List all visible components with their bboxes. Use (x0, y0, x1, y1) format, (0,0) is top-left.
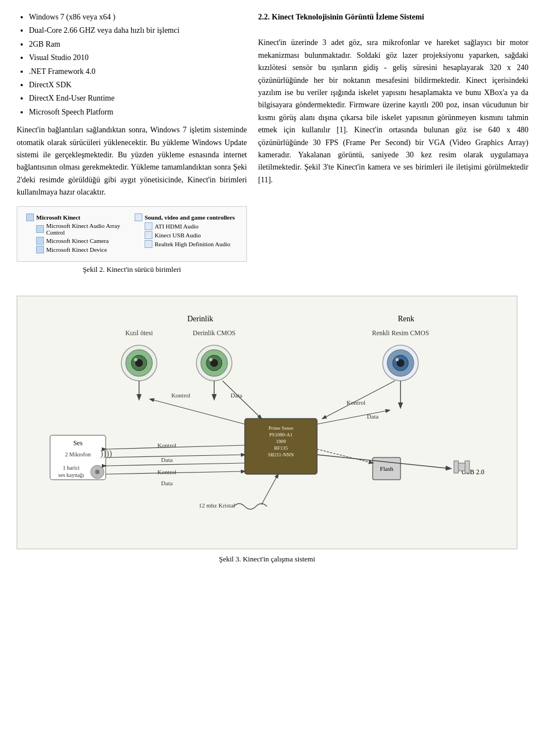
svg-text:Kontrol: Kontrol (157, 469, 176, 475)
list-item: Dual-Core 2.66 GHZ veya daha hızlı bir i… (29, 24, 247, 37)
camera-icon (36, 237, 44, 245)
svg-text:Prime Sense: Prime Sense (269, 425, 294, 431)
kinect-diagram-figure: Derinlik Renk Kızıl ötesi Derinlik CMOS … (17, 296, 517, 549)
svg-text:Flash: Flash (380, 465, 393, 472)
svg-text:Renkli Resim CMOS: Renkli Resim CMOS (372, 329, 429, 337)
devmgr-child: Microsoft Kinect Audio Array Control (36, 222, 129, 236)
svg-text:Renk: Renk (398, 315, 414, 323)
svg-text:Data: Data (161, 456, 173, 463)
audio-array-icon (36, 225, 44, 233)
svg-text:PS1080-A1: PS1080-A1 (269, 432, 293, 437)
heading-text: 2.2. Kinect Teknolojisinin Görüntü İzlem… (258, 13, 424, 21)
list-item: .NET Framework 4.0 (29, 66, 247, 78)
list-item: DirectX End-User Runtime (29, 92, 247, 105)
devmgr-child: Microsoft Kinect Device (36, 246, 129, 253)
devmgr-right: Sound, video and game controllers ATI HD… (135, 213, 238, 255)
svg-text:2 Mikrofon: 2 Mikrofon (65, 451, 91, 457)
figure3-caption: Şekil 3. Kinect'in çalışma sistemi (17, 554, 517, 565)
section-heading: 2.2. Kinect Teknolojisinin Görüntü İzlem… (258, 11, 528, 23)
devmgr-parent-sound: Sound, video and game controllers (135, 213, 238, 221)
left-column: Windows 7 (x86 veya x64 ) Dual-Core 2.66… (17, 11, 247, 280)
devmgr-child: Realtek High Definition Audio (145, 240, 238, 248)
list-item: DirectX SDK (29, 79, 247, 91)
kinect-svg: Derinlik Renk Kızıl ötesi Derinlik CMOS … (23, 307, 511, 541)
ati-icon (145, 222, 152, 230)
left-paragraph: Kinect'in bağlantıları sağlandıktan sonr… (17, 124, 247, 198)
devmgr-child: Microsoft Kinect Camera (36, 237, 129, 245)
svg-point-51 (95, 470, 100, 474)
svg-rect-32 (465, 461, 469, 473)
kinect-icon (26, 213, 34, 221)
devmgr-content: Microsoft Kinect Microsoft Kinect Audio … (26, 213, 238, 255)
svg-text:Data: Data (231, 392, 243, 399)
svg-point-15 (209, 358, 212, 361)
svg-text:Data: Data (161, 480, 173, 486)
svg-text:1 harici: 1 harici (63, 465, 80, 471)
svg-text:ses kaynağı: ses kaynağı (58, 472, 85, 478)
list-item: Visual Studio 2010 (29, 52, 247, 64)
device-manager-figure: Microsoft Kinect Microsoft Kinect Audio … (17, 206, 247, 262)
kinect-usb-icon (145, 231, 152, 239)
svg-point-10 (134, 358, 137, 361)
devmgr-left: Microsoft Kinect Microsoft Kinect Audio … (26, 213, 129, 255)
svg-text:Derinlik: Derinlik (187, 315, 214, 323)
devmgr-child: ATI HDMI Audio (145, 222, 238, 230)
devmgr-child: Kinect USB Audio (145, 231, 238, 239)
list-item: 2GB Ram (29, 38, 247, 51)
svg-rect-31 (454, 461, 458, 473)
realtek-icon (145, 240, 152, 248)
list-item: Windows 7 (x86 veya x64 ) (29, 11, 247, 23)
right-paragraph: Kinect'in üzerinde 3 adet göz, sıra mikr… (258, 37, 528, 186)
svg-point-20 (395, 358, 399, 361)
list-item: Microsoft Speech Platform (29, 106, 247, 118)
svg-text:Kontrol: Kontrol (171, 392, 190, 399)
svg-text:1909: 1909 (276, 439, 286, 444)
svg-text:12 mhz Kristal: 12 mhz Kristal (199, 502, 235, 509)
two-column-layout: Windows 7 (x86 veya x64 ) Dual-Core 2.66… (17, 11, 517, 280)
page-content: Windows 7 (x86 veya x64 ) Dual-Core 2.66… (17, 11, 517, 570)
right-column: 2.2. Kinect Teknolojisinin Görüntü İzlem… (258, 11, 528, 280)
svg-text:BF135: BF135 (274, 445, 288, 451)
sound-icon (135, 213, 142, 221)
requirements-list: Windows 7 (x86 veya x64 ) Dual-Core 2.66… (29, 11, 247, 118)
svg-text:SB211-NNN: SB211-NNN (268, 452, 294, 457)
figure2-caption: Şekil 2. Kinect'in sürücü birimleri (17, 264, 247, 276)
svg-text:Data: Data (367, 413, 379, 420)
device-icon (36, 246, 44, 253)
svg-text:Kızıl ötesi: Kızıl ötesi (125, 329, 153, 337)
svg-text:Derinlik CMOS: Derinlik CMOS (192, 329, 235, 337)
svg-text:Ses: Ses (73, 439, 83, 447)
devmgr-parent-kinect: Microsoft Kinect (26, 213, 129, 221)
